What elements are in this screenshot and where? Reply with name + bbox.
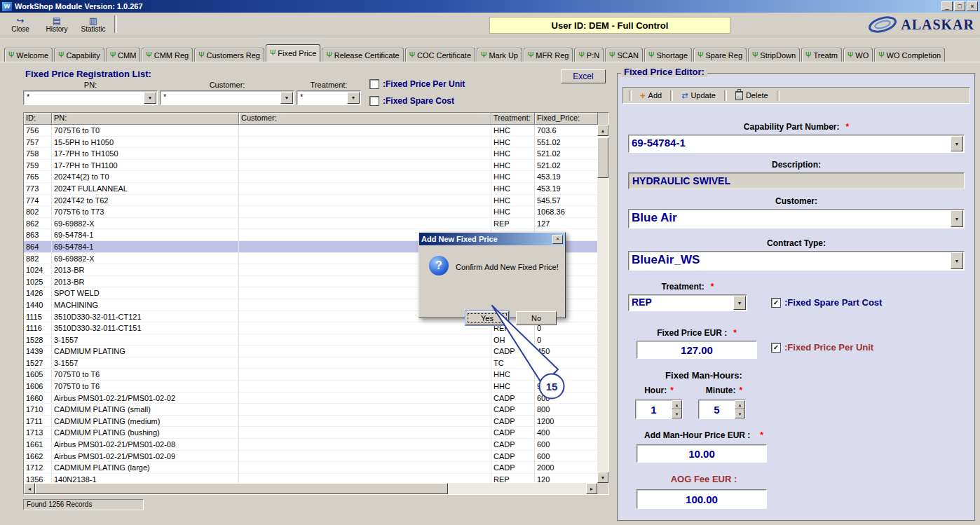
col-header-treatment[interactable]: Treatment: [491, 113, 535, 125]
cell-customer [239, 369, 491, 381]
required-marker: * [733, 328, 737, 338]
table-row[interactable]: 1661Airbus PMS01-02-21/PMS01-02-08CADP60… [24, 439, 597, 451]
table-row[interactable]: 1710CADMIUM PLATING (small)CADP800 [24, 404, 597, 416]
table-row[interactable]: 7742024T42 to T62HHC545.57 [24, 195, 597, 207]
tab-release-certificate[interactable]: ΨRelease Certificate [322, 48, 403, 62]
table-row[interactable]: 11163510D330-32-011-CT151REP0 [24, 322, 597, 334]
no-button[interactable]: No [516, 311, 557, 325]
grid-vertical-scrollbar[interactable]: ▲ ▼ [597, 125, 608, 483]
tab-capability[interactable]: ΨCapability [54, 48, 104, 62]
fixed-price-per-unit-filter-checkbox[interactable]: :Fixed Price Per Unit [369, 79, 465, 89]
update-button[interactable]: ⇄ Update [676, 90, 721, 101]
tab-wo[interactable]: ΨWO [843, 48, 873, 62]
dropdown-arrow-icon[interactable]: ▼ [347, 92, 360, 104]
cell-price: 1200 [535, 416, 597, 428]
scroll-left-button[interactable]: ◄ [24, 483, 35, 494]
hour-up-button[interactable]: ▲ [672, 400, 682, 409]
dropdown-arrow-icon[interactable]: ▼ [733, 296, 746, 310]
hour-down-button[interactable]: ▼ [672, 409, 682, 418]
maximize-button[interactable]: □ [954, 1, 965, 11]
horizontal-scroll-thumb[interactable] [35, 483, 448, 494]
tab-wo-completion[interactable]: ΨWO Completion [874, 48, 945, 62]
scroll-up-button[interactable]: ▲ [597, 125, 608, 136]
table-row[interactable]: 1713CADMIUM PLATING (bushing)CADP400 [24, 427, 597, 439]
col-header-id[interactable]: ID: [24, 113, 52, 125]
table-row[interactable]: 8027075T6 to T73HHC1068.36 [24, 206, 597, 218]
table-row[interactable]: 1711CADMIUM PLATING (medium)CADP1200 [24, 416, 597, 428]
table-row[interactable]: 1356140N2138-1REP120 [24, 474, 597, 483]
capability-part-number-combobox[interactable]: 69-54784-1 ▼ [628, 135, 965, 153]
fixed-price-per-unit-checkbox[interactable]: ✓ :Fixed Price Per Unit [771, 342, 873, 353]
tab-coc-certificate[interactable]: ΨCOC Certificate [405, 48, 475, 62]
yes-button[interactable]: Yes [465, 311, 509, 325]
tab-label: Spare Reg [705, 51, 742, 60]
customer-combobox[interactable]: Blue Air ▼ [628, 209, 965, 229]
dropdown-arrow-icon[interactable]: ▼ [144, 92, 156, 104]
tab-welcome[interactable]: ΨWelcome [4, 48, 53, 62]
dropdown-arrow-icon[interactable]: ▼ [951, 252, 963, 269]
table-row[interactable]: 15283-1557OH0 [24, 334, 597, 346]
tab-p-n[interactable]: ΨP:N [574, 48, 604, 62]
fixed-spare-cost-filter-checkbox[interactable]: :Fixed Spare Cost [369, 96, 454, 106]
minute-stepper[interactable]: 5 ▲ ▼ [698, 400, 746, 419]
fixed-spare-part-cost-checkbox[interactable]: ✓ :Fixed Spare Part Cost [771, 297, 882, 308]
dialog-close-button[interactable]: × [552, 235, 563, 244]
customer-filter-combobox[interactable]: * ▼ [160, 90, 294, 105]
tab-fixed-price[interactable]: ΨFixed Price [266, 44, 320, 62]
minimize-button[interactable]: _ [941, 1, 953, 11]
cell-customer [239, 427, 491, 439]
col-header-customer[interactable]: Customer: [239, 113, 491, 125]
treatment-combobox[interactable]: REP ▼ [628, 294, 747, 311]
tab-stripdown[interactable]: ΨStripDown [748, 48, 800, 62]
add-button[interactable]: + Add [634, 90, 667, 101]
tab-shortage[interactable]: ΨShortage [644, 48, 692, 62]
dropdown-arrow-icon[interactable]: ▼ [951, 210, 963, 227]
minute-up-button[interactable]: ▲ [735, 400, 745, 409]
tab-scan[interactable]: ΨSCAN [605, 48, 643, 62]
table-row[interactable]: 16067075T0 to T6HHC900 [24, 381, 597, 393]
tab-spare-reg[interactable]: ΨSpare Reg [693, 48, 747, 62]
treatment-filter-combobox[interactable]: * ▼ [297, 90, 361, 105]
hour-stepper[interactable]: 1 ▲ ▼ [635, 400, 683, 419]
fixed-price-input[interactable]: 127.00 [637, 341, 757, 359]
add-man-hour-price-input[interactable]: 10.00 [637, 444, 767, 463]
table-row[interactable]: 1662Airbus PMS01-02-21/PMS01-02-09CADP60… [24, 451, 597, 463]
table-row[interactable]: 7652024T4(2) to T0HHC453.19 [24, 171, 597, 183]
table-row[interactable]: 86269-69882-XREP127 [24, 218, 597, 230]
history-button[interactable]: ▤ History [39, 13, 75, 35]
pn-filter-combobox[interactable]: * ▼ [23, 90, 158, 105]
tab-cmm[interactable]: ΨCMM [106, 48, 141, 62]
scroll-down-button[interactable]: ▼ [597, 472, 608, 483]
col-header-fixed-price[interactable]: Fixed_Price: [535, 113, 598, 125]
table-row[interactable]: 1439CADMIUM PLATINGCADP450 [24, 346, 597, 357]
statistic-button[interactable]: ▥ Statistic [75, 13, 111, 35]
vertical-scroll-thumb[interactable] [597, 137, 608, 178]
delete-button[interactable]: Delete [730, 90, 774, 102]
table-row[interactable]: 16057075T0 to T6HHC [24, 369, 597, 381]
table-row[interactable]: 75715-5PH to H1050HHC551.02 [24, 137, 597, 149]
tab-customers-reg[interactable]: ΨCustomers Reg [194, 48, 264, 62]
close-button[interactable]: ↪ Close [2, 13, 39, 35]
table-row[interactable]: 15273-1557TC [24, 357, 597, 369]
tab-mark-up[interactable]: ΨMark Up [477, 48, 522, 62]
window-close-button[interactable]: × [967, 1, 978, 11]
minute-down-button[interactable]: ▼ [735, 409, 745, 418]
table-row[interactable]: 7732024T FULLANNEALHHC453.19 [24, 183, 597, 195]
scroll-right-button[interactable]: ► [586, 483, 597, 494]
cell-price: 521.02 [535, 160, 597, 172]
dropdown-arrow-icon[interactable]: ▼ [280, 92, 293, 104]
contract-type-combobox[interactable]: BlueAir_WS ▼ [628, 251, 965, 271]
table-row[interactable]: 7567075T6 to T0HHC703.6 [24, 125, 597, 137]
tab-treatm[interactable]: ΨTreatm [801, 48, 842, 62]
col-header-pn[interactable]: PN: [52, 113, 239, 125]
excel-button[interactable]: Excel [561, 69, 606, 83]
dropdown-arrow-icon[interactable]: ▼ [951, 136, 963, 151]
tab-cmm-reg[interactable]: ΨCMM Reg [142, 48, 193, 62]
table-row[interactable]: 1712CADMIUM PLATING (large)CADP2000 [24, 462, 597, 474]
table-row[interactable]: 1660Airbus PMS01-02-21/PMS01-02-02CADP60… [24, 393, 597, 404]
grid-horizontal-scrollbar[interactable]: ◄ ► [24, 483, 597, 494]
aog-fee-input[interactable]: 100.00 [637, 489, 767, 509]
table-row[interactable]: 75917-7PH to TH1100HHC521.02 [24, 160, 597, 172]
table-row[interactable]: 75817-7PH to TH1050HHC521.02 [24, 148, 597, 160]
tab-mfr-reg[interactable]: ΨMFR Reg [524, 48, 573, 62]
